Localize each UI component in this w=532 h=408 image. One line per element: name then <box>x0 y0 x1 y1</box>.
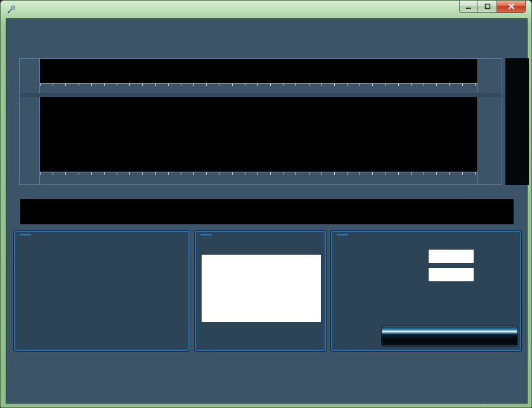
minimize-button[interactable] <box>459 1 478 13</box>
overview-left-gutter <box>20 59 40 93</box>
transport-bar <box>10 368 524 401</box>
scroll-waveform-canvas[interactable] <box>20 199 514 224</box>
client-area <box>6 18 528 404</box>
main-timeline[interactable] <box>40 172 477 184</box>
maximize-icon <box>484 3 491 10</box>
waveform-area <box>19 58 502 185</box>
toolbar <box>13 25 522 54</box>
scroll-strip <box>20 199 514 224</box>
recording-modes-header <box>20 234 31 236</box>
db-scale-right <box>477 97 502 184</box>
db-scale-left <box>20 97 40 184</box>
level-meter-right-column <box>518 60 527 184</box>
positions-header <box>337 234 348 236</box>
main-plot <box>40 97 477 172</box>
deselect-button[interactable] <box>381 326 518 347</box>
recording-modes-panel <box>14 231 190 351</box>
main-waveform-canvas[interactable] <box>40 97 477 172</box>
close-button[interactable] <box>496 1 526 13</box>
maximize-button[interactable] <box>478 1 496 13</box>
level-meter-left-column <box>507 60 516 184</box>
position-markers-header <box>200 234 212 236</box>
title-bar[interactable] <box>1 1 531 18</box>
recording-duration-field <box>429 250 474 263</box>
recording-position-field <box>429 268 474 281</box>
overview-waveform-canvas[interactable] <box>40 59 477 83</box>
level-meters <box>505 58 529 185</box>
markers-listbox[interactable] <box>202 255 321 322</box>
position-markers-panel <box>195 231 326 351</box>
close-icon <box>508 3 515 10</box>
window-frame <box>0 0 532 408</box>
overview-right-gutter <box>477 59 502 93</box>
positions-panel <box>331 231 521 351</box>
overview-plot <box>40 59 477 83</box>
overview-timeline[interactable] <box>40 83 477 93</box>
minimize-icon <box>465 4 472 10</box>
microphone-app-icon <box>6 4 16 15</box>
